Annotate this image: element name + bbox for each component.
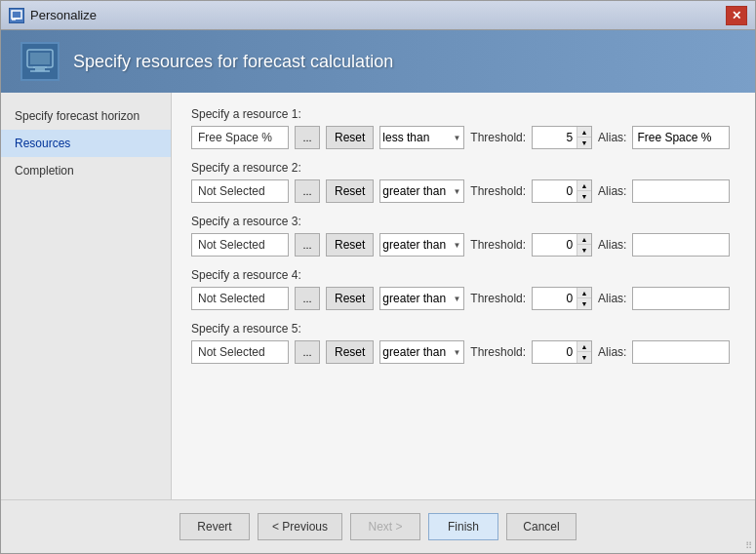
next-button[interactable]: Next > bbox=[350, 513, 420, 540]
resource-2-label: Specify a resource 2: bbox=[191, 161, 736, 175]
resource-5-spinner: ▲▼ bbox=[577, 341, 591, 363]
resource-3-reset-btn[interactable]: Reset bbox=[326, 233, 374, 257]
header-icon bbox=[20, 42, 60, 81]
title-bar: Personalize ✕ bbox=[1, 1, 755, 30]
resource-2-condition-wrapper: less thangreater thanequal to bbox=[379, 179, 464, 203]
resource-3-browse-btn[interactable]: ... bbox=[295, 233, 320, 257]
resource-2-spin-up[interactable]: ▲ bbox=[577, 180, 591, 191]
header-title: Specify resources for forecast calculati… bbox=[73, 52, 393, 72]
resource-3-row: Not Selected...Resetless thangreater tha… bbox=[191, 233, 736, 257]
resource-1-row: Free Space %...Resetless thangreater tha… bbox=[191, 126, 736, 149]
resource-3-threshold-wrapper: ▲▼ bbox=[532, 233, 592, 257]
close-button[interactable]: ✕ bbox=[726, 6, 747, 25]
resource-2-alias-input[interactable] bbox=[632, 179, 730, 203]
main-window: Personalize ✕ Specify resources for fore… bbox=[0, 0, 756, 554]
resource-3-label: Specify a resource 3: bbox=[191, 215, 736, 228]
resource-4-reset-btn[interactable]: Reset bbox=[326, 287, 374, 310]
resource-4-browse-btn[interactable]: ... bbox=[295, 287, 320, 310]
resource-3-threshold-input[interactable] bbox=[533, 234, 577, 256]
title-bar-left: Personalize bbox=[9, 8, 97, 23]
svg-rect-4 bbox=[30, 53, 50, 64]
header-banner: Specify resources for forecast calculati… bbox=[1, 30, 755, 93]
resource-1-threshold-input[interactable] bbox=[533, 127, 577, 148]
resource-2-row: Not Selected...Resetless thangreater tha… bbox=[191, 179, 736, 203]
resource-4-select-btn[interactable]: Not Selected bbox=[191, 287, 289, 310]
cancel-button[interactable]: Cancel bbox=[506, 513, 577, 540]
resource-4-spin-down[interactable]: ▼ bbox=[577, 298, 591, 309]
resource-4-condition-wrapper: less thangreater thanequal to bbox=[379, 287, 464, 310]
resource-4-threshold-wrapper: ▲▼ bbox=[532, 287, 592, 310]
resource-1-label: Specify a resource 1: bbox=[191, 107, 736, 121]
resource-4-threshold-input[interactable] bbox=[533, 288, 577, 309]
resource-2-threshold-label: Threshold: bbox=[470, 184, 526, 198]
resource-2-condition-select[interactable]: less thangreater thanequal to bbox=[379, 179, 464, 203]
window-title: Personalize bbox=[30, 8, 97, 22]
resource-5-alias-label: Alias: bbox=[598, 345, 626, 359]
resource-2-browse-btn[interactable]: ... bbox=[295, 179, 320, 203]
app-icon bbox=[9, 8, 24, 23]
footer: Revert < Previous Next > Finish Cancel bbox=[1, 499, 755, 553]
resource-1-threshold-wrapper: ▲▼ bbox=[532, 126, 592, 149]
resource-1-browse-btn[interactable]: ... bbox=[295, 126, 320, 149]
resource-section-2: Specify a resource 2:Not Selected...Rese… bbox=[191, 161, 736, 203]
resource-2-threshold-wrapper: ▲▼ bbox=[532, 179, 592, 203]
resource-5-select-btn[interactable]: Not Selected bbox=[191, 340, 289, 364]
resource-section-1: Specify a resource 1:Free Space %...Rese… bbox=[191, 107, 736, 149]
resource-1-spin-up[interactable]: ▲ bbox=[577, 127, 591, 138]
resource-5-row: Not Selected...Resetless thangreater tha… bbox=[191, 340, 736, 364]
sidebar-item-forecast-horizon[interactable]: Specify forecast horizon bbox=[1, 102, 171, 130]
resource-1-select-btn[interactable]: Free Space % bbox=[191, 126, 289, 149]
resource-5-alias-input[interactable] bbox=[632, 340, 730, 364]
resource-section-4: Specify a resource 4:Not Selected...Rese… bbox=[191, 268, 736, 310]
resource-4-row: Not Selected...Resetless thangreater tha… bbox=[191, 287, 736, 310]
resource-3-alias-label: Alias: bbox=[598, 238, 626, 252]
resource-4-condition-select[interactable]: less thangreater thanequal to bbox=[379, 287, 464, 310]
resource-4-label: Specify a resource 4: bbox=[191, 268, 736, 282]
resource-3-select-btn[interactable]: Not Selected bbox=[191, 233, 289, 257]
resource-5-threshold-wrapper: ▲▼ bbox=[532, 340, 592, 364]
resource-1-spin-down[interactable]: ▼ bbox=[577, 138, 591, 148]
resource-4-spinner: ▲▼ bbox=[577, 288, 591, 309]
sidebar: Specify forecast horizon Resources Compl… bbox=[1, 93, 172, 499]
resource-5-condition-wrapper: less thangreater thanequal to bbox=[379, 340, 464, 364]
resize-handle: ⠿ bbox=[745, 540, 752, 551]
resource-1-reset-btn[interactable]: Reset bbox=[326, 126, 374, 149]
resource-3-spin-up[interactable]: ▲ bbox=[577, 234, 591, 245]
resource-1-threshold-label: Threshold: bbox=[470, 131, 526, 144]
resource-5-label: Specify a resource 5: bbox=[191, 322, 736, 336]
content-area: Specify forecast horizon Resources Compl… bbox=[1, 93, 755, 499]
resource-5-spin-down[interactable]: ▼ bbox=[577, 352, 591, 363]
svg-rect-0 bbox=[12, 11, 21, 19]
resource-5-browse-btn[interactable]: ... bbox=[295, 340, 320, 364]
resource-4-spin-up[interactable]: ▲ bbox=[577, 288, 591, 298]
resource-2-threshold-input[interactable] bbox=[533, 180, 577, 202]
resource-3-condition-select[interactable]: less thangreater thanequal to bbox=[379, 233, 464, 257]
resource-4-threshold-label: Threshold: bbox=[470, 292, 526, 305]
resource-4-alias-input[interactable] bbox=[632, 287, 730, 310]
previous-button[interactable]: < Previous bbox=[258, 513, 342, 540]
revert-button[interactable]: Revert bbox=[179, 513, 250, 540]
resource-3-spin-down[interactable]: ▼ bbox=[577, 245, 591, 256]
resource-2-spinner: ▲▼ bbox=[577, 180, 591, 202]
resource-1-spinner: ▲▼ bbox=[577, 127, 591, 148]
resource-1-alias-input[interactable] bbox=[632, 126, 730, 149]
resource-1-condition-select[interactable]: less thangreater thanequal to bbox=[379, 126, 464, 149]
sidebar-item-resources[interactable]: Resources bbox=[1, 130, 171, 157]
resource-1-condition-wrapper: less thangreater thanequal to bbox=[379, 126, 464, 149]
resource-4-alias-label: Alias: bbox=[598, 292, 626, 305]
resource-2-spin-down[interactable]: ▼ bbox=[577, 191, 591, 202]
resource-5-condition-select[interactable]: less thangreater thanequal to bbox=[379, 340, 464, 364]
finish-button[interactable]: Finish bbox=[428, 513, 498, 540]
resource-1-alias-label: Alias: bbox=[598, 131, 626, 144]
sidebar-item-completion[interactable]: Completion bbox=[1, 157, 171, 184]
resource-3-threshold-label: Threshold: bbox=[470, 238, 526, 252]
resource-section-3: Specify a resource 3:Not Selected...Rese… bbox=[191, 215, 736, 257]
resource-2-reset-btn[interactable]: Reset bbox=[326, 179, 374, 203]
resource-2-select-btn[interactable]: Not Selected bbox=[191, 179, 289, 203]
resource-5-spin-up[interactable]: ▲ bbox=[577, 341, 591, 352]
resource-3-alias-input[interactable] bbox=[632, 233, 730, 257]
resource-5-reset-btn[interactable]: Reset bbox=[326, 340, 374, 364]
resource-5-threshold-label: Threshold: bbox=[470, 345, 526, 359]
resource-5-threshold-input[interactable] bbox=[533, 341, 577, 363]
resource-2-alias-label: Alias: bbox=[598, 184, 626, 198]
